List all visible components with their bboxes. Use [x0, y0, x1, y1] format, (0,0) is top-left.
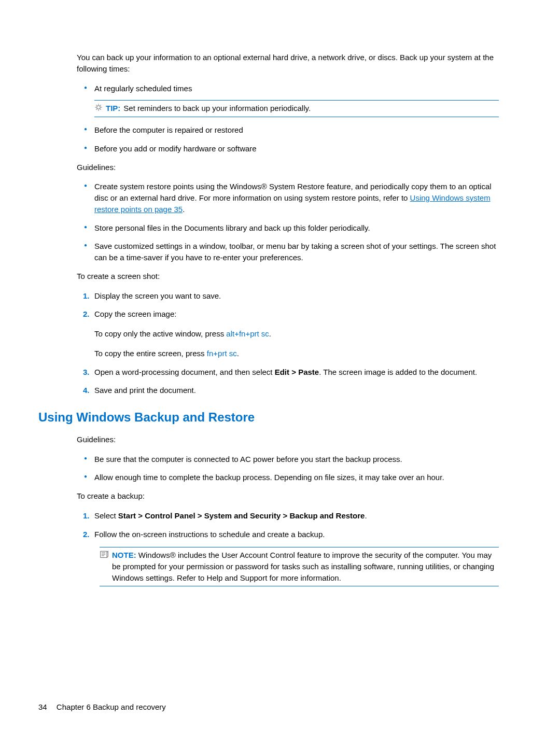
step-item: Copy the screen image: To copy only the … — [77, 308, 499, 359]
list-item: At regularly scheduled times — [77, 83, 499, 118]
step-item: Save and print the document. — [77, 385, 499, 396]
note-callout: NOTE: Windows® includes the User Account… — [100, 547, 499, 586]
step-text: Display the screen you want to save. — [94, 291, 221, 300]
list-item: Allow enough time to complete the backup… — [77, 472, 499, 483]
svg-point-0 — [97, 106, 101, 109]
step-item: Follow the on-screen instructions to sch… — [77, 529, 499, 540]
keyboard-shortcut: fn+prt sc — [207, 349, 237, 358]
note-text: Windows® includes the User Account Contr… — [112, 551, 494, 582]
guidelines-label: Guidelines: — [77, 434, 499, 445]
keyboard-shortcut: alt+fn+prt sc — [226, 329, 269, 338]
page-content: You can back up your information to an o… — [77, 52, 499, 396]
tip-icon — [94, 103, 103, 115]
intro-paragraph: You can back up your information to an o… — [77, 52, 499, 75]
list-item: Save customized settings in a window, to… — [77, 241, 499, 263]
svg-line-8 — [100, 105, 101, 106]
bullet-list-guidelines: Create system restore points using the W… — [77, 181, 499, 263]
step-sub-part: To copy the entire screen, press — [94, 349, 207, 358]
step-text: Save and print the document. — [94, 386, 196, 395]
step-text: Follow the on-screen instructions to sch… — [94, 530, 325, 539]
step-text-part: Select — [94, 511, 118, 520]
step-text-part: . — [365, 511, 367, 520]
list-item-text: Before the computer is repaired or resto… — [94, 125, 243, 134]
list-item-text: Allow enough time to complete the backup… — [94, 473, 444, 482]
tip-callout: TIP: Set reminders to back up your infor… — [94, 100, 499, 117]
screenshot-intro: To create a screen shot: — [77, 271, 499, 282]
list-item: Create system restore points using the W… — [77, 181, 499, 215]
tip-label: TIP: — [106, 103, 120, 114]
page-footer: 34 Chapter 6 Backup and recovery — [38, 701, 166, 713]
step-sub-part: To copy only the active window, press — [94, 329, 226, 338]
list-item-text: Store personal files in the Documents li… — [94, 223, 370, 232]
svg-line-6 — [100, 109, 101, 110]
list-item-text: At regularly scheduled times — [94, 84, 192, 93]
step-sub-part: . — [269, 329, 271, 338]
list-item: Before you add or modify hardware or sof… — [77, 143, 499, 154]
list-item-text: Be sure that the computer is connected t… — [94, 455, 402, 463]
list-item-text: Before you add or modify hardware or sof… — [94, 144, 257, 153]
section-content: Guidelines: Be sure that the computer is… — [77, 434, 499, 540]
list-item: Before the computer is repaired or resto… — [77, 124, 499, 136]
tip-text: Set reminders to back up your informatio… — [123, 103, 311, 114]
bullet-list-guidelines-2: Be sure that the computer is connected t… — [77, 454, 499, 484]
backup-intro: To create a backup: — [77, 490, 499, 502]
menu-path: Edit > Paste — [275, 368, 319, 376]
step-item: Open a word-processing document, and the… — [77, 367, 499, 378]
step-subtext: To copy the entire screen, press fn+prt … — [94, 348, 499, 359]
screenshot-steps: Display the screen you want to save. Cop… — [77, 290, 499, 397]
backup-steps: Select Start > Control Panel > System an… — [77, 510, 499, 540]
svg-line-5 — [96, 105, 96, 106]
bullet-list-times: At regularly scheduled times — [77, 83, 499, 154]
list-item: Store personal files in the Documents li… — [77, 222, 499, 234]
list-item-text: Save customized settings in a window, to… — [94, 242, 496, 262]
step-item: Display the screen you want to save. — [77, 290, 499, 302]
note-label: NOTE: — [112, 551, 136, 559]
step-sub-part: . — [237, 349, 239, 358]
note-icon — [100, 550, 109, 561]
step-text-part: . The screen image is added to the docum… — [319, 368, 477, 376]
guidelines-label: Guidelines: — [77, 162, 499, 173]
step-text: Copy the screen image: — [94, 310, 176, 318]
list-item: Be sure that the computer is connected t… — [77, 454, 499, 465]
page-number: 34 — [38, 702, 47, 711]
note-body: NOTE: Windows® includes the User Account… — [112, 550, 499, 583]
step-text-part: Open a word-processing document, and the… — [94, 368, 275, 376]
chapter-title: Chapter 6 Backup and recovery — [57, 702, 166, 711]
step-subtext: To copy only the active window, press al… — [94, 328, 499, 340]
step-item: Select Start > Control Panel > System an… — [77, 510, 499, 522]
section-heading: Using Windows Backup and Restore — [38, 409, 499, 427]
svg-line-7 — [96, 109, 96, 110]
menu-path: Start > Control Panel > System and Secur… — [118, 511, 365, 520]
list-item-text-part: . — [183, 205, 185, 214]
